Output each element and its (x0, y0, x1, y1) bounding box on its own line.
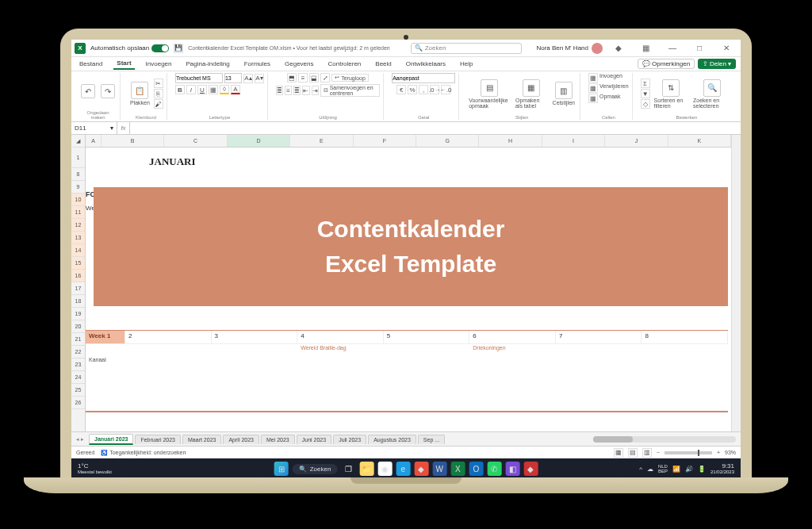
app-icon[interactable]: ◧ (505, 462, 519, 476)
chrome-icon[interactable]: ◉ (377, 462, 392, 476)
sheet-tab[interactable]: Augustus 2023 (368, 435, 416, 444)
zoom-level[interactable]: 93% (725, 450, 736, 455)
align-left-button[interactable]: ≣ (276, 86, 283, 95)
row-header[interactable]: 25 (71, 384, 85, 397)
tab-gegevens[interactable]: Gegevens (282, 59, 316, 69)
conditional-format-button[interactable]: ▤Voorwaardelijke opmaak (467, 78, 511, 110)
close-button[interactable]: ✕ (715, 40, 737, 56)
sheet-tab[interactable]: Juli 2023 (333, 435, 366, 444)
italic-button[interactable]: I (186, 85, 196, 94)
font-size-input[interactable] (224, 73, 242, 83)
tab-formules[interactable]: Formules (241, 59, 274, 69)
row-header[interactable]: 23 (71, 358, 85, 371)
row-header[interactable]: 13 (71, 232, 85, 244)
sheet-tab[interactable]: April 2023 (223, 435, 259, 444)
wrap-text-button[interactable]: ↩Terugloop (331, 74, 369, 82)
save-icon[interactable]: 💾 (174, 44, 183, 53)
fill-button[interactable]: ▼ (641, 89, 650, 98)
excel-taskbar-icon[interactable]: X (450, 462, 465, 476)
tab-invoegen[interactable]: Invoegen (143, 59, 175, 69)
comments-button[interactable]: 💬 Opmerkingen (638, 59, 695, 69)
col-header[interactable]: F (354, 135, 416, 147)
horizontal-scrollbar[interactable] (593, 436, 736, 443)
autosum-button[interactable]: Σ (641, 79, 650, 88)
col-header[interactable]: K (668, 135, 731, 147)
row-header[interactable]: 1 (71, 148, 85, 168)
tab-controleren[interactable]: Controleren (324, 59, 364, 69)
row-header[interactable]: 11 (71, 206, 85, 219)
select-all-button[interactable]: ◢ (71, 135, 85, 148)
col-header[interactable]: C (164, 135, 227, 147)
tab-bestand[interactable]: Bestand (76, 59, 105, 69)
delete-button[interactable]: ▦Verwijderen (588, 83, 629, 93)
task-view-icon[interactable]: ❐ (341, 462, 355, 476)
row-header[interactable]: 14 (71, 244, 85, 257)
battery-icon[interactable]: 🔋 (698, 466, 706, 473)
fx-icon[interactable]: fx (117, 122, 130, 134)
format-as-table-button[interactable]: ▦Opmaken als tabel (514, 78, 549, 110)
sheet-tab[interactable]: Juni 2023 (297, 435, 331, 444)
number-format-select[interactable] (392, 73, 455, 83)
row-header[interactable]: 16 (71, 270, 85, 282)
view-break-button[interactable]: ▥ (642, 448, 652, 458)
sheet-tab[interactable]: Januari 2023 (89, 434, 133, 445)
sort-filter-button[interactable]: ⇅Sorteren en filteren (653, 78, 689, 110)
sheet-tab[interactable]: Maart 2023 (182, 435, 221, 444)
col-header[interactable]: J (605, 135, 668, 147)
taskbar-search[interactable]: 🔍Zoeken (293, 464, 338, 474)
volume-icon[interactable]: 🔊 (685, 466, 693, 473)
tab-help[interactable]: Help (457, 59, 476, 69)
decrease-font-button[interactable]: A▾ (255, 74, 264, 83)
increase-decimal-button[interactable]: .0→ (430, 85, 439, 94)
col-header[interactable]: H (479, 135, 542, 147)
ribbon-mode-icon[interactable]: ▦ (634, 40, 657, 56)
indent-left-button[interactable]: ⇤ (302, 86, 309, 95)
indent-right-button[interactable]: ⇥ (312, 86, 319, 95)
row-header[interactable]: 18 (71, 295, 85, 308)
format-painter-button[interactable]: 🖌 (154, 99, 163, 109)
sheet-tab[interactable]: Mei 2023 (261, 435, 295, 444)
comma-button[interactable]: , (419, 85, 428, 94)
maximize-button[interactable]: □ (688, 40, 710, 56)
whatsapp-icon[interactable]: ✆ (487, 462, 501, 476)
explorer-icon[interactable]: 📁 (359, 462, 373, 476)
copy-button[interactable]: ⎘ (154, 89, 163, 98)
zoom-in-button[interactable]: + (717, 450, 720, 455)
autosave-toggle[interactable]: Automatisch opslaan (90, 44, 169, 52)
undo-button[interactable]: ↶ (79, 82, 97, 100)
find-select-button[interactable]: 🔍Zoeken en selecteren (691, 78, 733, 110)
wifi-icon[interactable]: 📶 (672, 466, 680, 473)
sheet-nav-prev[interactable]: ◂ (76, 436, 79, 443)
name-box[interactable]: D11▾ (71, 122, 117, 134)
row-header[interactable]: 9 (71, 181, 85, 194)
row-header[interactable]: 20 (71, 320, 85, 333)
edge-icon[interactable]: e (396, 462, 410, 476)
row-header[interactable]: 17 (71, 282, 85, 295)
cell-styles-button[interactable]: ▥Celstijlen (551, 80, 576, 107)
teams-icon[interactable]: ◆ (607, 40, 630, 56)
tray-chevron-icon[interactable]: ^ (639, 466, 642, 473)
vertical-scrollbar[interactable] (731, 135, 741, 431)
word-icon[interactable]: W (432, 462, 446, 476)
format-button[interactable]: ▦Opmaak (588, 94, 620, 103)
row-header[interactable]: 24 (71, 371, 85, 384)
zoom-out-button[interactable]: − (657, 450, 660, 455)
cut-button[interactable]: ✂ (154, 79, 163, 88)
currency-button[interactable]: € (396, 85, 406, 94)
language-indicator[interactable]: NLD BEP (658, 464, 668, 473)
outlook-icon[interactable]: O (469, 462, 483, 476)
borders-button[interactable]: ▦ (209, 85, 218, 94)
clear-button[interactable]: ◇ (641, 99, 650, 109)
start-button[interactable]: ⊞ (274, 462, 289, 476)
insert-button[interactable]: ▦Invoegen (588, 73, 622, 82)
app-icon[interactable]: ◆ (523, 462, 538, 476)
user-account[interactable]: Nora Ben M' Hand (536, 43, 603, 54)
col-header[interactable]: D (228, 135, 290, 147)
align-top-button[interactable]: ⬒ (287, 73, 297, 82)
col-header[interactable]: G (416, 135, 479, 147)
bold-button[interactable]: B (175, 85, 185, 94)
clock[interactable]: 9:31 21/02/2023 (710, 463, 734, 474)
share-button[interactable]: ⇪ Delen ▾ (698, 59, 736, 69)
app-icon[interactable]: ◆ (414, 462, 428, 476)
sheet-nav-next[interactable]: ▸ (81, 436, 84, 443)
